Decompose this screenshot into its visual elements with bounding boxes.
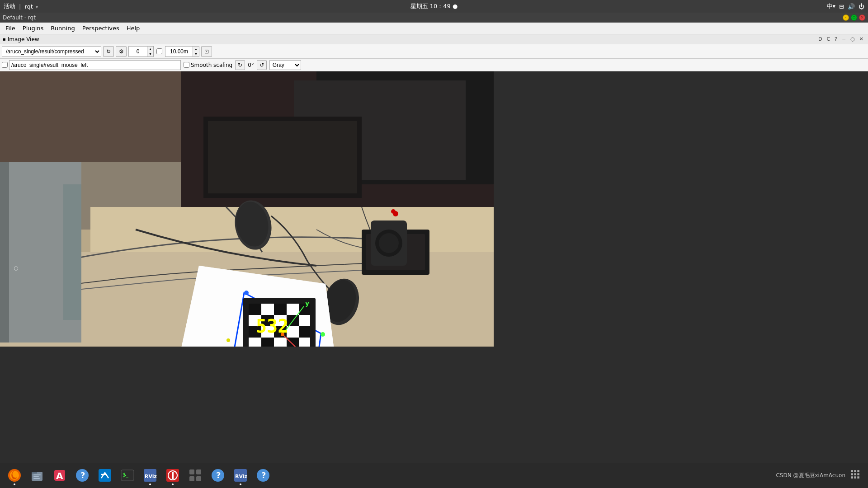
taskbar-firefox-icon[interactable] — [4, 465, 25, 486]
svg-rect-68 — [63, 184, 81, 320]
menu-bar: File Plugins Running Perspectives Help — [0, 23, 868, 34]
panel-close-button[interactable]: ✕ — [858, 36, 865, 42]
taskbar-rqt-bag-icon[interactable] — [162, 465, 184, 486]
svg-rect-27 — [261, 304, 274, 315]
firefox-active-dot — [14, 483, 15, 485]
svg-rect-42 — [261, 338, 274, 347]
panel-help-button[interactable]: ? — [833, 36, 839, 42]
panel-right-buttons: D C ? − ○ ✕ — [816, 36, 865, 42]
menu-file[interactable]: File — [2, 24, 19, 33]
svg-rect-105 — [857, 473, 859, 475]
software-center-svg: A — [52, 468, 67, 483]
taskbar-help3-icon[interactable]: ? — [252, 465, 274, 486]
smooth-scaling-label: Smooth scaling — [184, 62, 232, 68]
color-mode-dropdown[interactable]: Gray RGB BGR HSV — [269, 60, 301, 70]
apps-svg — [188, 468, 203, 483]
fps-input[interactable] — [165, 47, 193, 56]
power-icon[interactable]: ⏻ — [859, 3, 864, 10]
svg-rect-29 — [287, 304, 299, 315]
fps-down-arrow[interactable]: ▼ — [193, 52, 199, 56]
svg-rect-107 — [854, 476, 856, 479]
panel-d-button[interactable]: D — [816, 36, 824, 42]
taskbar: A ? $_ RViz — [0, 463, 868, 488]
svg-rect-43 — [274, 338, 287, 347]
rotation-arrows: ▲ ▼ — [147, 47, 153, 56]
taskbar-help-icon[interactable]: ? — [71, 465, 93, 486]
window-title: Default - rqt — [3, 14, 36, 21]
clock: 星期五 10：49 ● — [410, 2, 458, 10]
fps-up-arrow[interactable]: ▲ — [193, 47, 199, 52]
taskbar-rviz1-icon[interactable]: RViz — [139, 465, 161, 486]
svg-text:?: ? — [80, 470, 85, 480]
svg-point-70 — [393, 211, 398, 216]
svg-rect-75 — [33, 474, 41, 475]
config-icon: ⚙ — [119, 48, 124, 55]
svg-rect-45 — [299, 338, 310, 347]
rqt-bag-active-dot — [172, 483, 174, 485]
system-bar-center: 星期五 10：49 ● — [410, 2, 458, 10]
rotate-ccw-button[interactable]: ↺ — [257, 60, 267, 70]
taskbar-vscode-icon[interactable] — [94, 465, 116, 486]
taskbar-terminal-icon[interactable]: $_ — [117, 465, 138, 486]
window-controls: - ○ × — [843, 14, 865, 21]
mouse-topic-checkbox-label[interactable] — [2, 60, 181, 70]
svg-point-61 — [321, 332, 325, 337]
fps-checkbox[interactable] — [156, 48, 162, 54]
menu-running[interactable]: Running — [47, 24, 78, 33]
rviz1-active-dot — [149, 483, 151, 485]
panel-c-button[interactable]: C — [825, 36, 832, 42]
fit-button[interactable]: ⊡ — [201, 46, 212, 57]
taskbar-grid-button[interactable] — [848, 467, 864, 483]
svg-rect-108 — [857, 476, 859, 479]
panel-restore-button[interactable]: ○ — [849, 36, 857, 42]
help3-svg: ? — [256, 468, 270, 483]
svg-rect-93 — [196, 476, 201, 481]
rotation-up-arrow[interactable]: ▲ — [147, 47, 153, 52]
close-button[interactable]: × — [859, 14, 865, 21]
toolbar-row1: /aruco_single/result/compressed /camera/… — [0, 44, 868, 59]
mouse-topic-checkbox[interactable] — [2, 62, 8, 68]
app-name-label: rqt ▾ — [24, 3, 38, 10]
fps-spinner: ▲ ▼ — [165, 46, 199, 57]
taskbar-software-center-icon[interactable]: A — [49, 465, 71, 486]
svg-rect-82 — [99, 469, 111, 482]
svg-point-20 — [379, 233, 399, 253]
svg-text:A: A — [56, 470, 63, 481]
window-titlebar: Default - rqt - ○ × — [0, 13, 868, 23]
svg-rect-28 — [274, 304, 287, 315]
maximize-button[interactable]: ○ — [851, 14, 857, 21]
menu-help[interactable]: Help — [123, 24, 144, 33]
svg-rect-67 — [0, 162, 9, 343]
volume-icon[interactable]: 🔊 — [848, 3, 855, 10]
refresh-button[interactable]: ↻ — [103, 46, 114, 57]
rotate-cw-button[interactable]: ↻ — [235, 60, 245, 70]
rotation-input[interactable] — [129, 47, 147, 56]
mouse-topic-input[interactable] — [9, 60, 181, 70]
camera-image-svg: x y 532 ⬡ — [0, 71, 494, 347]
taskbar-rviz2-icon[interactable]: RViz — [230, 465, 251, 486]
svg-rect-10 — [208, 121, 357, 193]
toolbar-row2: Smooth scaling ↻ 0° ↺ Gray RGB BGR HSV — [0, 59, 868, 71]
svg-rect-40 — [299, 326, 310, 338]
config-button[interactable]: ⚙ — [116, 46, 127, 57]
input-method[interactable]: 中▾ — [827, 2, 836, 10]
smooth-scaling-checkbox[interactable] — [184, 62, 189, 68]
taskbar-help2-icon[interactable]: ? — [207, 465, 229, 486]
svg-point-60 — [244, 291, 249, 295]
firefox-svg — [7, 468, 22, 483]
minimize-button[interactable]: - — [843, 14, 849, 21]
panel-minus-button[interactable]: − — [840, 36, 848, 42]
svg-text:RViz: RViz — [235, 474, 247, 479]
topic-dropdown[interactable]: /aruco_single/result/compressed /camera/… — [2, 46, 101, 57]
taskbar-files-icon[interactable] — [26, 465, 48, 486]
svg-rect-41 — [249, 338, 261, 347]
svg-rect-100 — [851, 470, 853, 472]
taskbar-apps-icon[interactable] — [184, 465, 206, 486]
system-bar-right: 中▾ ⊟ 🔊 ⏻ — [827, 2, 864, 10]
help2-svg: ? — [211, 468, 225, 483]
activities-button[interactable]: 活动 — [4, 2, 15, 10]
rotation-down-arrow[interactable]: ▼ — [147, 52, 153, 56]
menu-plugins[interactable]: Plugins — [19, 24, 47, 33]
menu-perspectives[interactable]: Perspectives — [79, 24, 123, 33]
rviz2-svg: RViz — [233, 468, 248, 483]
